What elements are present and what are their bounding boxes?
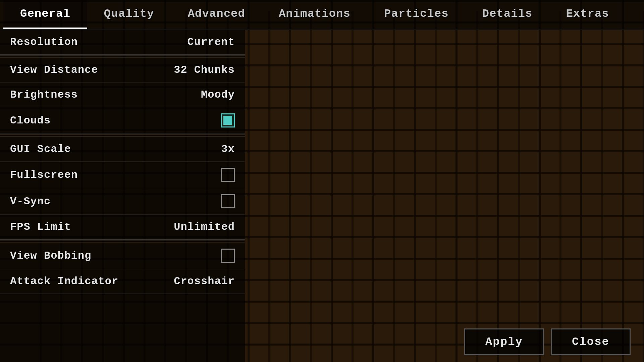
section-gap-1 bbox=[0, 55, 245, 58]
tab-quality[interactable]: Quality bbox=[87, 0, 171, 29]
tab-advanced[interactable]: Advanced bbox=[171, 0, 262, 29]
row-vsync[interactable]: V-Sync bbox=[0, 188, 245, 215]
row-attack-indicator[interactable]: Attack Indicator Crosshair bbox=[0, 269, 245, 294]
value-view-distance: 32 Chunks bbox=[174, 64, 235, 76]
checkbox-fullscreen[interactable] bbox=[221, 168, 235, 182]
row-resolution[interactable]: Resolution Current bbox=[0, 30, 245, 54]
section-gap-3 bbox=[0, 240, 245, 243]
settings-panel: Resolution Current View Distance 32 Chun… bbox=[0, 30, 245, 362]
value-resolution: Current bbox=[187, 36, 235, 48]
label-view-distance: View Distance bbox=[10, 64, 98, 76]
content-area: Resolution Current View Distance 32 Chun… bbox=[0, 30, 644, 362]
label-resolution: Resolution bbox=[10, 36, 78, 48]
checkbox-clouds[interactable] bbox=[221, 113, 235, 127]
label-clouds: Clouds bbox=[10, 114, 51, 127]
section-view: View Distance 32 Chunks Brightness Moody… bbox=[0, 58, 245, 134]
section-gui: GUI Scale 3x Fullscreen V-Sync FPS Limit… bbox=[0, 137, 245, 240]
tab-general[interactable]: General bbox=[3, 0, 87, 29]
section-gap-2 bbox=[0, 134, 245, 137]
label-vsync: V-Sync bbox=[10, 195, 51, 208]
tab-details[interactable]: Details bbox=[466, 0, 549, 29]
row-brightness[interactable]: Brightness Moody bbox=[0, 83, 245, 107]
section-resolution: Resolution Current bbox=[0, 30, 245, 55]
row-clouds[interactable]: Clouds bbox=[0, 107, 245, 134]
row-fps-limit[interactable]: FPS Limit Unlimited bbox=[0, 215, 245, 239]
value-brightness: Moody bbox=[201, 89, 235, 101]
label-fullscreen: Fullscreen bbox=[10, 169, 78, 181]
apply-button[interactable]: Apply bbox=[464, 328, 544, 355]
checkbox-vsync[interactable] bbox=[221, 194, 235, 208]
section-bobbing: View Bobbing Attack Indicator Crosshair bbox=[0, 243, 245, 294]
row-view-distance[interactable]: View Distance 32 Chunks bbox=[0, 58, 245, 83]
bottom-bar: Apply Close bbox=[0, 322, 644, 362]
row-view-bobbing[interactable]: View Bobbing bbox=[0, 243, 245, 269]
tab-bar: General Quality Advanced Animations Part… bbox=[0, 0, 644, 30]
row-gui-scale[interactable]: GUI Scale 3x bbox=[0, 137, 245, 162]
main-container: General Quality Advanced Animations Part… bbox=[0, 0, 644, 362]
checkbox-view-bobbing[interactable] bbox=[221, 249, 235, 263]
label-gui-scale: GUI Scale bbox=[10, 143, 71, 155]
label-fps-limit: FPS Limit bbox=[10, 221, 71, 233]
row-fullscreen[interactable]: Fullscreen bbox=[0, 162, 245, 188]
value-fps-limit: Unlimited bbox=[174, 221, 235, 233]
tab-extras[interactable]: Extras bbox=[549, 0, 626, 29]
value-attack-indicator: Crosshair bbox=[174, 275, 235, 288]
close-button[interactable]: Close bbox=[551, 328, 631, 355]
tab-animations[interactable]: Animations bbox=[262, 0, 367, 29]
label-attack-indicator: Attack Indicator bbox=[10, 275, 118, 288]
tab-particles[interactable]: Particles bbox=[367, 0, 466, 29]
value-gui-scale: 3x bbox=[221, 143, 235, 155]
label-view-bobbing: View Bobbing bbox=[10, 250, 91, 262]
label-brightness: Brightness bbox=[10, 89, 78, 101]
right-area bbox=[245, 30, 644, 362]
